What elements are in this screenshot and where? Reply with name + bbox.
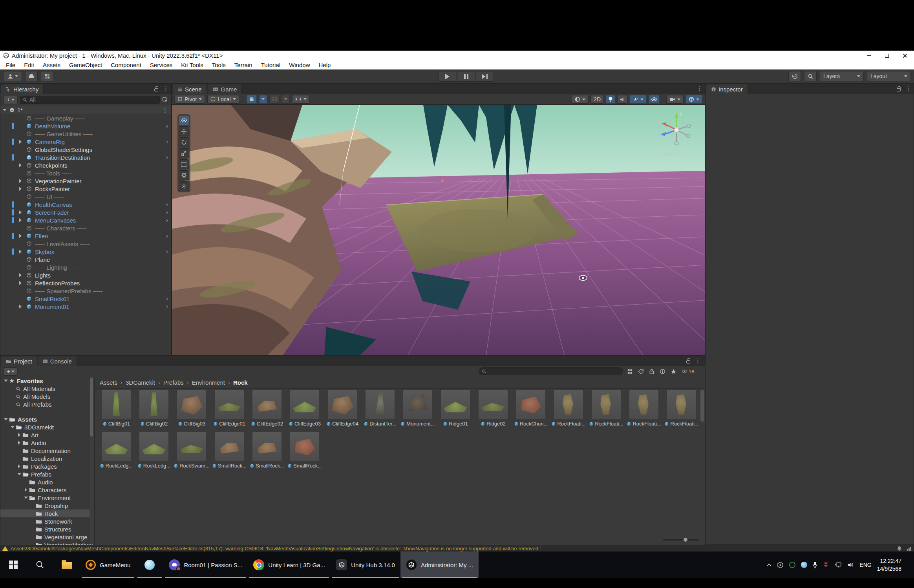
menu-edit[interactable]: Edit — [20, 60, 38, 69]
move-tool-button[interactable] — [179, 126, 189, 136]
asset-cliffbig02[interactable]: CliffBig02 — [135, 390, 173, 427]
saved-search-lock-icon[interactable] — [649, 369, 654, 374]
hierarchy-item-spawnedprefabs[interactable]: ----- SpawnedPrefabs ----- — [0, 287, 171, 295]
hierarchy-item-reflectionprobes[interactable]: ReflectionProbes — [0, 279, 171, 287]
hierarchy-item-vegetationpainter[interactable]: VegetationPainter — [0, 177, 171, 185]
open-prefab-arrow[interactable]: › — [166, 248, 168, 255]
hierarchy-item-tools[interactable]: ----- Tools ----- — [0, 169, 171, 177]
undo-history-button[interactable] — [788, 71, 801, 81]
breadcrumb-3dgamekit[interactable]: 3DGamekit — [126, 379, 155, 386]
search-by-label-icon[interactable] — [638, 369, 644, 374]
breadcrumb-rock[interactable]: Rock — [233, 379, 248, 386]
expand-arrow-icon[interactable] — [19, 234, 22, 238]
tab-game[interactable]: Game — [208, 84, 242, 94]
hierarchy-item-gameutilities[interactable]: ----- GameUtilities ----- — [0, 130, 171, 138]
show-desktop-edge[interactable] — [908, 551, 910, 578]
expand-arrow-icon[interactable] — [19, 218, 22, 222]
project-add-button[interactable]: + — [4, 367, 18, 376]
hierarchy-item-healthcanvas[interactable]: HealthCanvas› — [0, 201, 171, 208]
folder-structures[interactable]: Structures — [0, 525, 94, 533]
open-prefab-arrow[interactable]: › — [166, 232, 168, 239]
hierarchy-item-screenfader[interactable]: ScreenFader› — [0, 208, 171, 216]
menu-file[interactable]: File — [2, 60, 20, 69]
hidden-objects-button[interactable] — [649, 95, 660, 104]
collapse-icon[interactable] — [3, 109, 7, 111]
open-prefab-arrow[interactable]: › — [166, 303, 168, 310]
services-button[interactable] — [41, 71, 53, 81]
asset-grid-scrollbar[interactable] — [700, 390, 704, 422]
folder-vegetationlarge[interactable]: VegetationLarge — [0, 533, 94, 541]
tree-arrow-icon[interactable] — [17, 433, 22, 437]
open-prefab-arrow[interactable]: › — [166, 209, 168, 216]
hierarchy-item-gameplay[interactable]: ----- Gameplay ----- — [0, 114, 171, 122]
asset-smallrock[interactable]: SmallRock... — [286, 432, 324, 469]
breadcrumb-environment[interactable]: Environment — [192, 379, 225, 386]
scene-viewport[interactable]: y x z Persp — [172, 105, 705, 356]
folder-documentation[interactable]: Documentation — [0, 447, 94, 455]
open-prefab-arrow[interactable]: › — [166, 201, 168, 208]
lighting-toggle-button[interactable] — [606, 95, 615, 104]
asset-monument[interactable]: Monument... — [399, 390, 437, 427]
slider-knob[interactable] — [684, 538, 687, 542]
open-prefab-arrow[interactable]: › — [166, 295, 168, 302]
hierarchy-item-lighting[interactable]: ----- Lighting ----- — [0, 263, 171, 271]
folder-art[interactable]: Art — [0, 431, 94, 439]
folder-dropship[interactable]: Dropship — [0, 502, 94, 509]
taskbar-app-gamemenu[interactable]: GameMenu — [80, 551, 136, 578]
asset-cliffedge03[interactable]: CliffEdge03 — [286, 390, 324, 427]
taskbar-app-hub[interactable]: Unity Hub 3.14.0 — [331, 551, 400, 578]
asset-ridge01[interactable]: Ridge01 — [437, 390, 474, 427]
scene-kebab-icon[interactable] — [162, 107, 168, 113]
asset-cliffedge04[interactable]: CliffEdge04 — [324, 390, 361, 427]
folder-assets[interactable]: Assets — [0, 415, 94, 423]
2d-toggle-button[interactable]: 2D — [590, 95, 604, 104]
open-prefab-arrow[interactable]: › — [166, 154, 168, 161]
hierarchy-item-plane[interactable]: Plane — [0, 256, 171, 263]
asset-rockledg[interactable]: RockLedg... — [97, 432, 135, 469]
tab-scene[interactable]: Scene — [173, 84, 207, 94]
audio-toggle-button[interactable] — [617, 95, 627, 104]
taskbar-app-unity[interactable]: Administrator: My ... — [400, 551, 479, 578]
picker-icon[interactable] — [162, 97, 168, 103]
hierarchy-item-globalshadersettings[interactable]: GlobalShaderSettings — [0, 146, 171, 153]
pause-button[interactable] — [457, 71, 475, 82]
shading-mode-dropdown[interactable] — [572, 95, 589, 104]
antivirus-tray-icon[interactable] — [789, 562, 795, 568]
asset-rockledg[interactable]: RockLedg... — [135, 432, 173, 469]
hierarchy-add-button[interactable]: + — [4, 96, 18, 104]
folder-all-prefabs[interactable]: All Prefabs — [0, 400, 94, 408]
asset-rockfloati[interactable]: RockFloati... — [663, 390, 700, 427]
tab-project[interactable]: Project — [1, 356, 37, 366]
tree-arrow-icon[interactable] — [17, 464, 22, 468]
folder-all-materials[interactable]: All Materials — [0, 385, 94, 393]
favorite-star-icon[interactable] — [671, 369, 676, 374]
network-display-tray-icon[interactable] — [834, 562, 842, 568]
lock-icon[interactable] — [154, 88, 158, 91]
hierarchy-search-input[interactable]: All — [20, 96, 160, 104]
layers-dropdown[interactable]: Layers — [820, 71, 864, 81]
hierarchy-item-smallrock01[interactable]: SmallRock01› — [0, 295, 171, 303]
folder-favorites[interactable]: Favorites — [0, 377, 94, 385]
taskbar-app-room[interactable]: Room01 | Passion S... — [163, 551, 248, 578]
tray-expand-caret-icon[interactable] — [767, 563, 771, 566]
tree-arrow-icon[interactable] — [24, 497, 28, 499]
kebab-menu-icon[interactable] — [695, 358, 701, 363]
language-indicator[interactable]: ENG — [859, 562, 871, 568]
microphone-tray-icon[interactable] — [813, 561, 817, 568]
menu-assets[interactable]: Assets — [38, 60, 65, 69]
tree-arrow-icon[interactable] — [17, 473, 22, 475]
asset-cliffedge01[interactable]: CliffEdge01 — [210, 390, 248, 427]
kebab-menu-icon[interactable] — [163, 86, 169, 91]
kebab-menu-icon[interactable] — [905, 86, 911, 91]
folder-characters[interactable]: Characters — [0, 486, 94, 494]
hidden-count[interactable]: 18 — [682, 369, 694, 374]
hierarchy-item-lights[interactable]: Lights — [0, 271, 171, 279]
hierarchy-item-camerarig[interactable]: CameraRig› — [0, 138, 171, 146]
folder-audio[interactable]: Audio — [0, 439, 94, 447]
app-tray-icon[interactable] — [801, 562, 807, 568]
expand-arrow-icon[interactable] — [19, 305, 22, 309]
folder-all-models[interactable]: All Models — [0, 393, 94, 400]
local-dropdown[interactable]: Local — [207, 95, 239, 104]
asset-cliffbig01[interactable]: CliffBig01 — [97, 390, 135, 427]
asset-rockchun[interactable]: RockChun... — [512, 390, 550, 427]
